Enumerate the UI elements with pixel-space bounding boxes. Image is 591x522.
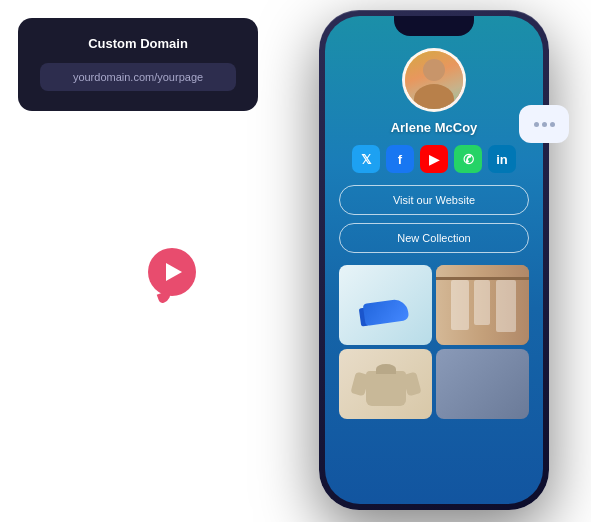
product-image-sweater [339, 349, 432, 419]
rack-item-2 [474, 280, 490, 325]
sweater-body [366, 371, 406, 406]
rack-item-3 [496, 280, 516, 332]
product-image-jacket [436, 349, 529, 419]
chat-bubble [519, 105, 569, 143]
facebook-icon[interactable]: f [386, 145, 414, 173]
custom-domain-card: Custom Domain yourdomain.com/yourpage [18, 18, 258, 111]
chat-dots-icon [534, 122, 555, 127]
youtube-icon[interactable]: ▶ [420, 145, 448, 173]
play-bubble[interactable] [148, 248, 196, 296]
profile-name: Arlene McCoy [391, 120, 478, 135]
custom-domain-title: Custom Domain [40, 36, 236, 51]
custom-domain-input[interactable]: yourdomain.com/yourpage [40, 63, 236, 91]
rack-item-1 [451, 280, 469, 330]
linkedin-icon[interactable]: in [488, 145, 516, 173]
shoes-visual [356, 283, 416, 328]
phone-content: Arlene McCoy 𝕏 f ▶ ✆ in Visit our Websit… [325, 36, 543, 504]
visit-website-button[interactable]: Visit our Website [339, 185, 529, 215]
phone-screen: Arlene McCoy 𝕏 f ▶ ✆ in Visit our Websit… [325, 16, 543, 504]
social-icons-row: 𝕏 f ▶ ✆ in [352, 145, 516, 173]
shoe-body [362, 298, 409, 326]
play-icon [166, 263, 182, 281]
twitter-icon[interactable]: 𝕏 [352, 145, 380, 173]
new-collection-button[interactable]: New Collection [339, 223, 529, 253]
product-image-grid [339, 265, 529, 504]
phone-notch [394, 16, 474, 36]
whatsapp-icon[interactable]: ✆ [454, 145, 482, 173]
avatar [402, 48, 466, 112]
sweater-neck [376, 364, 396, 374]
phone-outer: Arlene McCoy 𝕏 f ▶ ✆ in Visit our Websit… [319, 10, 549, 510]
product-image-shoes [339, 265, 432, 345]
phone-mockup: Arlene McCoy 𝕏 f ▶ ✆ in Visit our Websit… [319, 10, 549, 510]
product-image-rack [436, 265, 529, 345]
sweater-visual [361, 359, 411, 409]
rack-visual [436, 265, 529, 345]
avatar-image [405, 51, 463, 109]
scene: Custom Domain yourdomain.com/yourpage [0, 0, 591, 522]
